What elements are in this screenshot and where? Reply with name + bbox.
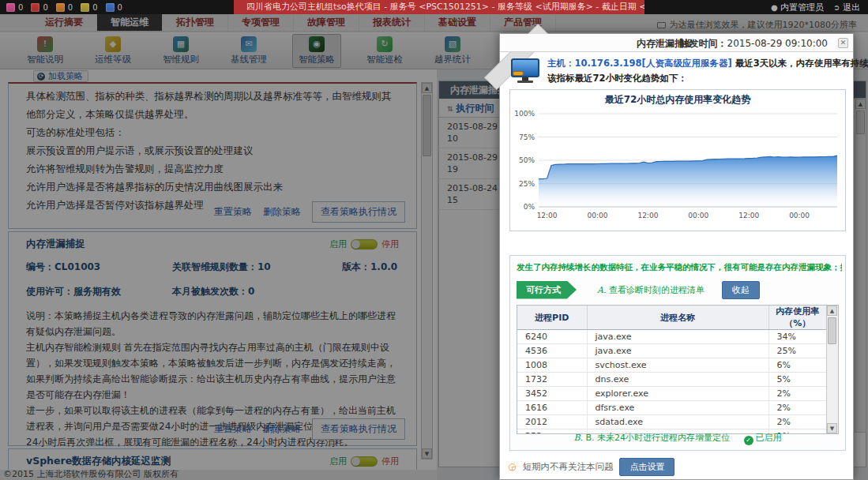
svg-text:100%: 100%: [514, 110, 535, 118]
pid-cell: 2012: [517, 415, 587, 429]
ignore-label: 短期内不再关注本问题: [522, 461, 613, 473]
logout-button[interactable]: ➲ 退出: [833, 2, 860, 13]
check-icon: ✓: [744, 436, 753, 445]
alarm-warning[interactable]: 0: [81, 3, 97, 12]
pid-cell: 3452: [517, 387, 587, 401]
click-to-set-button[interactable]: 点击设置: [619, 458, 674, 476]
alarm-info-icon: [106, 3, 115, 12]
scroll-thumb[interactable]: [828, 317, 836, 344]
usage-cell: 6%: [768, 358, 826, 373]
host-text: 主机：10.176.3.198[人资高级应用服务器] 最近3天以来，内存使用率有…: [547, 58, 845, 84]
table-scrollbar[interactable]: ▲ ▼: [826, 306, 838, 433]
host-link[interactable]: 主机：10.176.3.198[人资高级应用服务器]: [547, 58, 732, 69]
name-cell: explorer.exe: [587, 387, 768, 401]
svg-text:12:00: 12:00: [738, 212, 759, 219]
process-row[interactable]: 1008svchost.exe6%: [517, 358, 826, 373]
process-row[interactable]: 1616dfsrs.exe2%: [517, 401, 826, 415]
svg-text:25%: 25%: [519, 180, 535, 188]
process-row[interactable]: 4536java.exe25%: [517, 344, 826, 358]
enabled-label: 已启用: [756, 433, 782, 443]
name-cell: dns.exe: [587, 373, 768, 387]
alarm-minor[interactable]: 0: [56, 3, 73, 12]
feasible-way-badge: 可行方式: [517, 281, 577, 299]
user-area: ● 内置管理员 ➲ 退出: [771, 2, 868, 13]
memory-leak-dialog: 内存泄漏捕捉 触发时间：2015-08-29 09:10:00 ✕ 主机：10.…: [499, 33, 854, 480]
col-header-usage[interactable]: 内存使用率（%）: [768, 306, 826, 330]
process-table-header-row: 进程PID 进程名称 内存使用率（%）: [517, 306, 826, 330]
collapse-button[interactable]: 收起: [722, 281, 760, 299]
alarm-count: 0: [92, 3, 97, 12]
col-header-pid[interactable]: 进程PID: [517, 306, 587, 330]
alarm-count: 0: [68, 3, 73, 12]
pid-cell: 1008: [517, 358, 587, 373]
svg-text:0%: 0%: [524, 203, 535, 211]
svg-text:00:00: 00:00: [588, 212, 608, 219]
trend-caption: 该指标最近72小时变化趋势如下：: [547, 73, 845, 84]
dialog-footer: ◶ 短期内不再关注本问题 点击设置: [508, 457, 845, 476]
name-cell: java.exe: [587, 344, 768, 358]
logout-icon: ➲: [833, 3, 840, 12]
svg-text:75%: 75%: [519, 133, 535, 141]
alarm-warning-icon: [81, 3, 89, 12]
option-a-text: 查看诊断时刻的进程清单: [609, 285, 705, 295]
svg-text:00:00: 00:00: [789, 212, 810, 219]
col-header-name[interactable]: 进程名称: [587, 306, 768, 330]
alarm-indicators: 00000: [0, 3, 234, 12]
alarm-major-icon: [31, 3, 39, 12]
process-row[interactable]: 2012sdatad.exe2%: [517, 415, 826, 429]
host-observation: 最近3天以来，内存使用率有持续增高现象。: [732, 58, 868, 69]
svg-text:12:00: 12:00: [537, 212, 558, 219]
name-cell: sdatad.exe: [587, 415, 768, 429]
dialog-header: 内存泄漏捕捉 触发时间：2015-08-29 09:10:00 ✕: [500, 34, 853, 52]
trigger-time: 触发时间：2015-08-29 09:10:00: [680, 37, 828, 51]
alarm-critical-icon: [6, 3, 15, 12]
usage-cell: 5%: [768, 373, 826, 387]
alarm-count: 0: [18, 3, 23, 12]
screen: 00000 四川省电力公司主机组tso换代项目 - 服务号 <PSC150125…: [0, 0, 868, 480]
user-icon: ●: [771, 3, 778, 12]
alarm-critical[interactable]: 0: [6, 3, 23, 12]
pid-cell: 1616: [517, 401, 587, 415]
chart-title: 最近72小时总内存使用率变化趋势: [510, 93, 845, 106]
pid-cell: 1732: [517, 373, 587, 387]
process-row[interactable]: 6240java.exe34%: [517, 330, 826, 344]
process-row[interactable]: 3452explorer.exe2%: [517, 387, 826, 401]
usage-cell: 2%: [768, 401, 826, 415]
leak-warning-text: 发生了内存持续增长的数据特征，在业务平稳的情况下，很有可能是存在内存泄漏现象；提…: [517, 262, 842, 273]
usage-cell: 34%: [768, 330, 826, 344]
process-row[interactable]: 1732dns.exe5%: [517, 373, 826, 387]
option-b-line: B. B. 未来24小时进行进程内存增量定位 ✓已启用: [510, 432, 845, 445]
svg-text:00:00: 00:00: [688, 212, 708, 219]
diagnosis-box: 发生了内存持续增长的数据特征，在业务平稳的情况下，很有可能是存在内存泄漏现象；提…: [509, 255, 846, 451]
alarm-major[interactable]: 0: [31, 3, 47, 12]
pid-cell: 6240: [517, 330, 587, 344]
svg-text:12:00: 12:00: [637, 212, 658, 219]
project-title: 四川省电力公司主机组tso换代项目 - 服务号 <PSC1501251> - 服…: [234, 0, 644, 14]
host-summary: 主机：10.176.3.198[人资高级应用服务器] 最近3天以来，内存使用率有…: [511, 58, 845, 88]
usage-cell: 2%: [768, 415, 826, 429]
process-table-wrap: 进程PID 进程名称 内存使用率（%） 6240java.exe34%4536j…: [517, 305, 839, 434]
scroll-up-arrow[interactable]: ▲: [827, 306, 837, 316]
usage-cell: 25%: [768, 344, 826, 358]
alarm-count: 0: [43, 3, 47, 12]
option-b-text: B. 未来24小时进行进程内存增量定位: [586, 433, 731, 443]
name-cell: dfsrs.exe: [587, 401, 768, 415]
monitor-base: [517, 81, 533, 83]
option-a-label: A. 查看诊断时刻的进程清单: [597, 284, 705, 296]
alarm-minor-icon: [56, 3, 65, 12]
current-user[interactable]: ● 内置管理员: [771, 2, 824, 13]
memory-trend-chart: 最近72小时总内存使用率变化趋势 0%25%50%75%100%12:0000:…: [509, 89, 846, 231]
snooze-clock-icon: ◶: [508, 461, 516, 472]
host-monitor-icon: [511, 58, 541, 85]
close-icon[interactable]: ✕: [838, 38, 848, 48]
memory-trend-plot: 0%25%50%75%100%12:0000:0012:0000:0012:00…: [510, 106, 845, 232]
alarm-info[interactable]: 0: [106, 3, 122, 12]
name-cell: svchost.exe: [587, 358, 768, 373]
feasible-actions-row: 可行方式 A. 查看诊断时刻的进程清单 收起: [517, 281, 839, 298]
pid-cell: 4536: [517, 344, 587, 358]
usage-cell: 2%: [768, 387, 826, 401]
alarm-count: 0: [118, 3, 122, 12]
process-table: 进程PID 进程名称 内存使用率（%） 6240java.exe34%4536j…: [517, 306, 826, 434]
svg-text:50%: 50%: [519, 156, 535, 164]
top-bar: 00000 四川省电力公司主机组tso换代项目 - 服务号 <PSC150125…: [0, 0, 868, 14]
